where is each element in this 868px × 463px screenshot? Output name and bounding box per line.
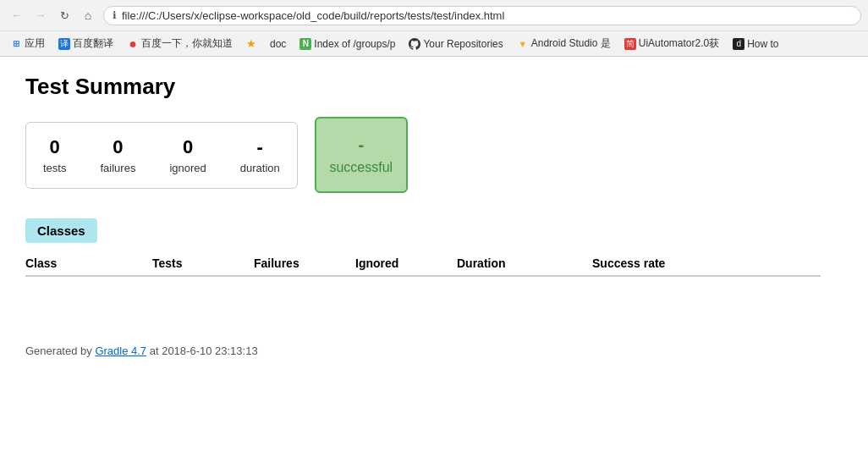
android-icon: ▼ bbox=[517, 38, 529, 50]
n-icon: N bbox=[299, 38, 311, 50]
ignored-stat: 0 ignored bbox=[169, 136, 206, 174]
bookmark-translate-label: 百度翻译 bbox=[73, 36, 113, 51]
col-duration: Duration bbox=[457, 256, 592, 270]
bookmark-howto-label: How to bbox=[747, 38, 778, 50]
howto-icon: d bbox=[733, 38, 744, 50]
classes-header: Classes bbox=[25, 218, 97, 243]
bookmark-doc-label: doc bbox=[270, 38, 286, 50]
table-section: Class Tests Failures Ignored Duration Su… bbox=[25, 256, 821, 277]
tests-label: tests bbox=[43, 162, 66, 174]
page-content: Test Summary 0 tests 0 failures 0 ignore… bbox=[0, 57, 846, 374]
browser-chrome: ← → ↻ ⌂ ℹ ⊞ 应用 译 百度翻译 ● 百度一下，你就知道 ★ doc bbox=[0, 0, 868, 57]
bookmark-baidu-label: 百度一下，你就知道 bbox=[141, 36, 233, 51]
bookmark-github-label: Your Repositories bbox=[423, 38, 503, 50]
address-input[interactable] bbox=[122, 9, 852, 22]
browser-toolbar: ← → ↻ ⌂ ℹ bbox=[0, 0, 868, 30]
github-icon bbox=[409, 38, 420, 50]
bookmark-apps-label: 应用 bbox=[25, 36, 45, 51]
summary-section: 0 tests 0 failures 0 ignored - duration … bbox=[25, 117, 821, 193]
home-button[interactable]: ⌂ bbox=[78, 5, 98, 25]
bookmark-apps[interactable]: ⊞ 应用 bbox=[7, 35, 48, 52]
tests-value: 0 bbox=[50, 136, 60, 158]
bookmark-index[interactable]: N Index of /groups/p bbox=[296, 36, 398, 52]
footer-prefix: Generated by bbox=[25, 344, 95, 357]
failures-stat: 0 failures bbox=[100, 136, 135, 174]
status-badge: - successful bbox=[315, 117, 408, 193]
address-lock-icon: ℹ bbox=[113, 9, 117, 21]
apps-icon: ⊞ bbox=[10, 38, 22, 50]
translate-icon: 译 bbox=[58, 38, 70, 50]
page-title: Test Summary bbox=[25, 74, 821, 100]
back-button[interactable]: ← bbox=[7, 5, 27, 25]
uiautomator-icon: 简 bbox=[624, 38, 636, 50]
bookmark-index-label: Index of /groups/p bbox=[314, 38, 395, 50]
tests-stat: 0 tests bbox=[43, 136, 66, 174]
col-tests: Tests bbox=[152, 256, 254, 270]
bookmark-star[interactable]: ★ bbox=[243, 36, 260, 52]
footer: Generated by Gradle 4.7 at 2018-6-10 23:… bbox=[25, 344, 821, 357]
stats-box: 0 tests 0 failures 0 ignored - duration bbox=[25, 122, 298, 189]
status-dash: - bbox=[358, 135, 364, 155]
duration-label: duration bbox=[240, 162, 280, 174]
bookmark-github[interactable]: Your Repositories bbox=[405, 36, 506, 52]
bookmark-uiautomator[interactable]: 简 UiAutomator2.0获 bbox=[621, 35, 722, 52]
col-failures: Failures bbox=[254, 256, 355, 270]
footer-suffix: at 2018-6-10 23:13:13 bbox=[146, 344, 258, 357]
col-class: Class bbox=[25, 256, 152, 270]
bookmark-howto[interactable]: d How to bbox=[729, 36, 782, 52]
baidu-icon: ● bbox=[127, 38, 139, 50]
bookmark-baidu[interactable]: ● 百度一下，你就知道 bbox=[124, 35, 236, 52]
col-ignored: Ignored bbox=[355, 256, 457, 270]
col-success-rate: Success rate bbox=[592, 256, 719, 270]
nav-buttons: ← → ↻ ⌂ bbox=[7, 5, 98, 25]
bookmarks-bar: ⊞ 应用 译 百度翻译 ● 百度一下，你就知道 ★ doc N Index of… bbox=[0, 30, 868, 56]
forward-button[interactable]: → bbox=[30, 5, 51, 25]
table-header: Class Tests Failures Ignored Duration Su… bbox=[25, 256, 821, 277]
status-text: successful bbox=[329, 160, 393, 175]
bookmark-doc[interactable]: doc bbox=[266, 36, 289, 52]
duration-value: - bbox=[257, 136, 263, 158]
bookmark-uiautomator-label: UiAutomator2.0获 bbox=[639, 36, 719, 51]
bookmark-android[interactable]: ▼ Android Studio 是 bbox=[514, 35, 614, 52]
gradle-link[interactable]: Gradle 4.7 bbox=[95, 344, 146, 357]
ignored-value: 0 bbox=[183, 136, 193, 158]
reload-button[interactable]: ↻ bbox=[54, 5, 74, 25]
address-bar-container: ℹ bbox=[103, 6, 861, 25]
duration-stat: - duration bbox=[240, 136, 280, 174]
star-icon: ★ bbox=[246, 37, 256, 50]
bookmark-translate[interactable]: 译 百度翻译 bbox=[55, 35, 117, 52]
failures-label: failures bbox=[100, 162, 135, 174]
failures-value: 0 bbox=[113, 136, 123, 158]
bookmark-android-label: Android Studio 是 bbox=[531, 36, 611, 51]
ignored-label: ignored bbox=[169, 162, 206, 174]
